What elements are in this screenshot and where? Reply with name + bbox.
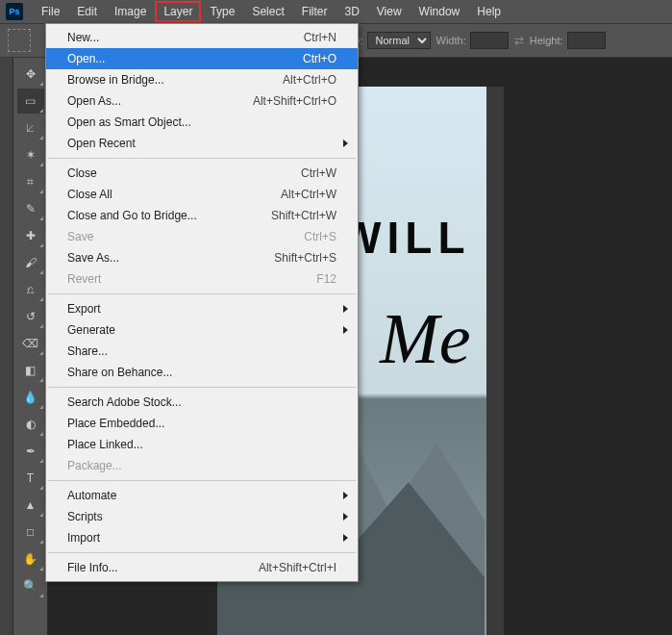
menu-item-label: Revert [67, 272, 316, 286]
gradient-tool-icon: ◧ [25, 364, 36, 377]
menu-item-open-recent[interactable]: Open Recent [46, 133, 358, 154]
menu-item-close-and-go-to-bridge[interactable]: Close and Go to Bridge...Shift+Ctrl+W [46, 205, 358, 226]
menu-3d[interactable]: 3D [336, 1, 367, 22]
blur-tool-icon: 💧 [23, 391, 37, 404]
menu-item-label: Save [67, 230, 304, 243]
file-menu-dropdown: New...Ctrl+NOpen...Ctrl+OBrowse in Bridg… [45, 23, 359, 582]
canvas-text-script: Me [380, 298, 471, 380]
submenu-arrow-icon [343, 305, 348, 313]
menu-item-close-all[interactable]: Close AllAlt+Ctrl+W [46, 184, 358, 205]
menu-view[interactable]: View [368, 1, 411, 22]
menu-item-label: File Info... [67, 561, 259, 574]
dodge-tool[interactable]: ◐ [17, 412, 44, 437]
menu-select[interactable]: Select [243, 1, 292, 22]
vertical-scrollbar[interactable] [486, 87, 504, 635]
menu-item-label: Share... [67, 344, 336, 358]
menu-item-file-info[interactable]: File Info...Alt+Shift+Ctrl+I [46, 557, 358, 578]
menu-image[interactable]: Image [106, 1, 155, 22]
menu-item-shortcut: Shift+Ctrl+W [271, 209, 336, 222]
marquee-tool[interactable]: ▭ [17, 89, 44, 114]
menu-item-open[interactable]: Open...Ctrl+O [46, 48, 358, 69]
zoom-tool[interactable]: 🔍 [17, 573, 44, 598]
menu-item-generate[interactable]: Generate [46, 319, 358, 341]
brush-tool[interactable]: 🖌 [17, 250, 44, 275]
menu-edit[interactable]: Edit [68, 1, 106, 22]
menu-item-search-adobe-stock[interactable]: Search Adobe Stock... [46, 392, 358, 413]
submenu-arrow-icon [343, 492, 348, 499]
rectangle-tool[interactable]: □ [17, 520, 44, 545]
eyedropper-tool-icon: ✎ [26, 202, 36, 216]
clone-stamp-tool[interactable]: ⎌ [17, 277, 44, 302]
type-tool-icon: T [27, 471, 34, 485]
menu-item-new[interactable]: New...Ctrl+N [46, 27, 358, 48]
menu-separator [48, 480, 356, 481]
magic-wand-tool-icon: ✶ [26, 148, 36, 162]
panel-strip [0, 58, 13, 635]
style-select[interactable]: Normal [367, 32, 431, 49]
menu-help[interactable]: Help [468, 1, 510, 22]
hand-tool[interactable]: ✋ [17, 546, 44, 572]
menu-item-shortcut: Shift+Ctrl+S [274, 251, 336, 265]
spot-heal-tool[interactable]: ✚ [17, 223, 44, 248]
menu-item-place-embedded[interactable]: Place Embedded... [46, 413, 358, 434]
menu-item-close[interactable]: CloseCtrl+W [46, 163, 358, 184]
menu-item-label: Share on Behance... [67, 366, 336, 379]
menu-layer[interactable]: Layer [155, 1, 201, 22]
eyedropper-tool[interactable]: ✎ [17, 196, 44, 221]
menu-item-label: Package... [67, 459, 336, 472]
active-tool-icon[interactable] [8, 29, 31, 52]
menu-item-shortcut: Ctrl+O [303, 52, 336, 65]
move-tool[interactable]: ✥ [17, 62, 44, 87]
menu-window[interactable]: Window [411, 1, 469, 22]
swap-icon[interactable]: ⇄ [514, 34, 524, 47]
magic-wand-tool[interactable]: ✶ [17, 142, 44, 167]
menu-filter[interactable]: Filter [293, 1, 336, 22]
menu-item-label: Close All [67, 188, 281, 201]
width-input[interactable] [470, 32, 509, 49]
dodge-tool-icon: ◐ [26, 418, 36, 431]
menu-item-automate[interactable]: Automate [46, 485, 358, 506]
menu-item-label: Place Embedded... [67, 417, 336, 430]
submenu-arrow-icon [343, 140, 348, 147]
menu-file[interactable]: File [33, 1, 68, 22]
type-tool[interactable]: T [17, 466, 44, 491]
menu-item-share-on-behance[interactable]: Share on Behance... [46, 362, 358, 383]
zoom-tool-icon: 🔍 [23, 579, 37, 593]
menu-item-place-linked[interactable]: Place Linked... [46, 434, 358, 455]
lasso-tool[interactable]: ⟀ [17, 115, 44, 140]
history-brush-tool[interactable]: ↺ [17, 304, 44, 329]
menu-item-label: Export [67, 302, 336, 316]
menu-item-export[interactable]: Export [46, 298, 358, 319]
menu-item-label: New... [67, 31, 304, 44]
height-input[interactable] [567, 32, 606, 49]
menu-item-open-as-smart-object[interactable]: Open as Smart Object... [46, 112, 358, 133]
menu-bar: Ps FileEditImageLayerTypeSelectFilter3DV… [0, 0, 672, 23]
menu-item-label: Browse in Bridge... [67, 73, 283, 87]
menu-item-label: Place Linked... [67, 438, 336, 451]
menu-item-label: Import [67, 531, 336, 545]
spot-heal-tool-icon: ✚ [26, 229, 36, 242]
menu-item-label: Open As... [67, 94, 253, 108]
brush-tool-icon: 🖌 [25, 256, 37, 269]
menu-type[interactable]: Type [201, 1, 243, 22]
menu-item-import[interactable]: Import [46, 527, 358, 548]
gradient-tool[interactable]: ◧ [17, 358, 44, 383]
menu-item-label: Automate [67, 489, 336, 502]
blur-tool[interactable]: 💧 [17, 385, 44, 410]
menu-item-label: Search Adobe Stock... [67, 395, 336, 409]
eraser-tool[interactable]: ⌫ [17, 331, 44, 356]
pen-tool[interactable]: ✒ [17, 439, 44, 464]
menu-item-revert: RevertF12 [46, 268, 358, 290]
menu-item-scripts[interactable]: Scripts [46, 506, 358, 527]
menu-item-label: Save As... [67, 251, 274, 265]
menu-item-open-as[interactable]: Open As...Alt+Shift+Ctrl+O [46, 90, 358, 112]
width-label: Width: [436, 35, 466, 46]
menu-separator [48, 293, 356, 294]
crop-tool[interactable]: ⌗ [17, 169, 44, 194]
menu-item-share[interactable]: Share... [46, 341, 358, 362]
menu-item-save-as[interactable]: Save As...Shift+Ctrl+S [46, 247, 358, 268]
path-select-tool[interactable]: ▲ [17, 493, 44, 518]
menu-item-browse-in-bridge[interactable]: Browse in Bridge...Alt+Ctrl+O [46, 69, 358, 90]
crop-tool-icon: ⌗ [27, 175, 34, 189]
menu-item-label: Scripts [67, 510, 336, 523]
